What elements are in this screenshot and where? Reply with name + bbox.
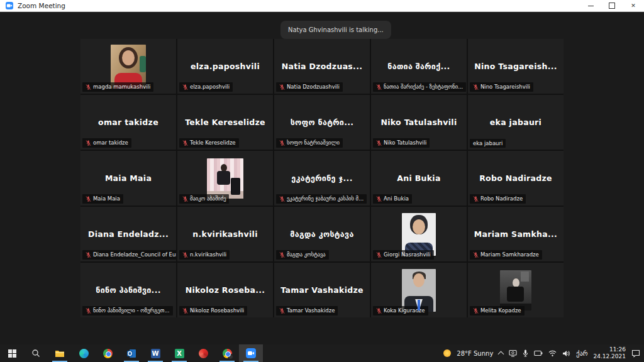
muted-mic-icon: [182, 84, 188, 90]
taskbar-edge[interactable]: [72, 344, 96, 362]
muted-mic-icon: [473, 196, 479, 202]
muted-mic-icon: [473, 84, 479, 90]
participant-tile-magda-kostava[interactable]: მაგდა კოსტავა მაგდა კოსტავა: [274, 207, 370, 261]
muted-mic-icon: [279, 84, 285, 90]
participant-name-label: მაგდა კოსტავა: [276, 250, 329, 260]
meeting-canvas: Natya Ghvinashvili is talking... magda m…: [0, 12, 644, 344]
taskbar-red-app[interactable]: [191, 344, 215, 362]
muted-mic-icon: [376, 252, 382, 258]
participant-tile-ani-bukia[interactable]: Ani Bukia Ani Bukia: [371, 151, 467, 206]
participant-name-label: Tamar Vashakidze: [276, 306, 338, 315]
participant-tile-nino-tsagareishvili[interactable]: Nino Tsagareish... Nino Tsagareishvili: [468, 39, 564, 94]
participant-label-text: magda mamukashvili: [93, 84, 150, 90]
participant-tile-tamar-vashakidze[interactable]: Tamar Vashakidze Tamar Vashakidze: [274, 263, 370, 317]
participant-label-text: Nino Tsagareishvili: [480, 84, 530, 90]
participant-tile-natia-sharikadze[interactable]: ნათია შარიქ... ნათია შარიქაძე - ზესტაფონ…: [371, 39, 467, 94]
participant-display-name: n.kvirikashvili: [192, 229, 257, 239]
muted-mic-icon: [86, 308, 91, 314]
participant-label-text: n.kvirikashvili: [190, 252, 226, 258]
taskbar-outlook[interactable]: [119, 344, 143, 362]
participant-tile-maia-maia[interactable]: Maia Maia Maia Maia: [80, 151, 176, 206]
participant-label-text: Nikoloz Rosebashvili: [190, 308, 244, 314]
participant-label-text: ნათია შარიქაძე - ზესტაფონი...: [384, 84, 463, 90]
participant-tile-melita-kopadze[interactable]: Melita Kopadze: [468, 263, 564, 317]
file-explorer-icon: [55, 349, 65, 358]
participant-tile-omar-takidze[interactable]: omar takidze omar takidze: [80, 95, 176, 150]
participant-label-text: Diana Endeladze_Council of Europe: [93, 252, 176, 258]
keyboard-language-indicator[interactable]: ქარ: [576, 350, 587, 357]
participant-display-name: elza.paposhvili: [191, 62, 260, 71]
participant-display-name: Robo Nadiradze: [479, 173, 552, 183]
participant-tile-niko-tatulashvili[interactable]: Niko Tatulashvili Niko Tatulashvili: [371, 95, 467, 150]
participant-tile-nino-hanishvili[interactable]: ნინო ჰანიშვი... ნინო ჰანიშვილი - ოზურგეთ…: [80, 263, 176, 317]
participant-profile-photo: [500, 270, 531, 310]
participant-display-name: Natia Dzodzuas...: [282, 62, 363, 71]
participant-tile-sopo-natriashvili[interactable]: სოფო ნატრი... სოფო ნატრიაშვილი: [274, 95, 370, 150]
participant-tile-mariam-samkharadze[interactable]: Mariam Samkha... Mariam Samkharadze: [468, 207, 564, 261]
participant-display-name: eka jabauri: [490, 118, 541, 127]
muted-mic-icon: [376, 196, 382, 202]
minimize-button[interactable]: [580, 0, 601, 11]
participant-label-text: მაიკო აბაშიძე: [190, 196, 226, 202]
participant-name-label: Melita Kopadze: [470, 306, 525, 315]
participant-tile-ekaterine-jabauri[interactable]: ეკატერინე ჯ... ეკატერინე ჯაბაური კასპის …: [274, 151, 370, 206]
muted-mic-icon: [86, 252, 91, 258]
participant-tile-tekle-kereselidze[interactable]: Tekle Kereselidze Tekle Kereselidze: [177, 95, 273, 150]
wifi-icon[interactable]: [548, 350, 557, 357]
participant-display-name: მაგდა კოსტავა: [290, 229, 353, 239]
windows-taskbar: W X 28°F Sunny: [0, 344, 644, 362]
participant-tile-robo-nadiradze[interactable]: Robo Nadiradze Robo Nadiradze: [468, 151, 564, 206]
taskbar-word[interactable]: W: [143, 344, 167, 362]
participant-display-name: Nikoloz Roseba...: [186, 285, 265, 295]
participant-label-text: Tekle Kereselidze: [190, 140, 236, 146]
participant-tile-elza-paposhvili[interactable]: elza.paposhvili elza.paposhvili: [177, 39, 273, 94]
battery-icon[interactable]: [534, 350, 543, 356]
participant-tile-magda-mamukashvili[interactable]: magda mamukashvili: [80, 39, 176, 94]
participant-label-text: Tamar Vashakidze: [287, 308, 335, 314]
participant-tile-n-kvirikashvili[interactable]: n.kvirikashvili n.kvirikashvili: [177, 207, 273, 261]
maximize-button[interactable]: [601, 0, 623, 11]
participant-tile-giorgi-nasrashvili[interactable]: Giorgi Nasrashvili: [371, 207, 467, 261]
participant-display-name: ნათია შარიქ...: [387, 62, 450, 71]
start-button[interactable]: [0, 344, 24, 362]
taskbar-clock[interactable]: 11:26 24.12.2021: [593, 346, 626, 361]
taskbar-search-button[interactable]: [24, 344, 48, 362]
zoom-app-icon: [6, 2, 13, 9]
tray-expand-chevron-icon[interactable]: [498, 351, 504, 358]
muted-mic-icon: [376, 84, 382, 90]
participant-label-text: Melita Kopadze: [480, 308, 521, 314]
participant-name-label: Giorgi Nasrashvili: [373, 250, 434, 260]
speaker-icon[interactable]: [562, 350, 570, 357]
participant-tile-eka-jabauri[interactable]: eka jabauri eka jabauri: [468, 95, 564, 150]
participant-name-label: Robo Nadiradze: [470, 194, 526, 204]
participant-display-name: Ani Bukia: [397, 173, 440, 183]
taskbar-file-explorer[interactable]: [48, 344, 72, 362]
participant-display-name: Mariam Samkha...: [474, 229, 557, 239]
muted-mic-icon: [279, 196, 285, 202]
weather-text[interactable]: 28°F Sunny: [457, 350, 493, 357]
taskbar-excel[interactable]: X: [167, 344, 191, 362]
participant-display-name: Diana Endeladz...: [88, 229, 169, 239]
participant-grid: magda mamukashvili elza.paposhvili elza.…: [80, 39, 564, 317]
muted-mic-icon: [182, 252, 188, 258]
zoom-taskbar-icon: [246, 348, 256, 358]
participant-display-name: Nino Tsagareish...: [474, 62, 557, 71]
participant-tile-natia-dzodzuashvili[interactable]: Natia Dzodzuas... Natia Dzodzuashvili: [274, 39, 370, 94]
participant-tile-diana-endeladze[interactable]: Diana Endeladz... Diana Endeladze_Counci…: [80, 207, 176, 261]
close-button[interactable]: ✕: [623, 0, 644, 11]
windows-logo-icon: [8, 349, 16, 358]
taskbar-chrome-profile[interactable]: [215, 344, 239, 362]
taskbar-chrome[interactable]: [96, 344, 119, 362]
muted-mic-icon: [473, 252, 479, 258]
participant-tile-maiko-abashidze[interactable]: მაიკო აბაშიძე: [177, 151, 273, 206]
red-app-icon: [199, 349, 208, 358]
microphone-icon[interactable]: [523, 349, 528, 357]
participant-name-label: სოფო ნატრიაშვილი: [276, 138, 343, 148]
participant-display-name: ეკატერინე ჯ...: [291, 173, 352, 183]
taskbar-zoom-active[interactable]: [239, 344, 263, 362]
participant-tile-koka-kiguradze[interactable]: Koka Kiguradze: [371, 263, 467, 317]
display-sync-icon[interactable]: [509, 349, 517, 357]
action-center-icon[interactable]: [631, 349, 640, 358]
participant-tile-nikoloz-rosebashvili[interactable]: Nikoloz Roseba... Nikoloz Rosebashvili: [177, 263, 273, 317]
participant-label-text: მაგდა კოსტავა: [287, 252, 326, 258]
